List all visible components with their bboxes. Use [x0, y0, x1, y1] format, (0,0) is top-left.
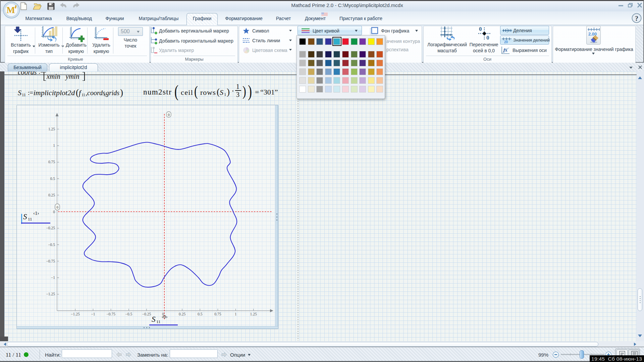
svg-text:0.75: 0.75 [48, 160, 55, 164]
svg-text:0: 0 [53, 210, 55, 214]
svg-text:−0.5: −0.5 [125, 312, 132, 316]
svg-text:0: 0 [168, 113, 169, 117]
svg-text:−0.5: −0.5 [48, 243, 55, 247]
svg-text:0.5: 0.5 [198, 312, 203, 316]
svg-text:−1.25: −1.25 [71, 312, 80, 316]
svg-text:0.25: 0.25 [179, 312, 185, 316]
svg-text:−1: −1 [91, 312, 95, 316]
svg-text:−0.25: −0.25 [142, 312, 151, 316]
svg-text:−1.25: −1.25 [46, 292, 55, 296]
svg-text:1.25: 1.25 [48, 127, 55, 131]
svg-text:0: 0 [486, 35, 489, 41]
svg-text:?: ? [635, 15, 638, 22]
svg-text:M: M [6, 5, 15, 15]
svg-text:0: 0 [479, 26, 482, 32]
svg-text:1: 1 [235, 312, 237, 316]
svg-text:−0.75: −0.75 [46, 259, 55, 263]
svg-text:0.5: 0.5 [50, 177, 55, 181]
svg-text:−0.25: −0.25 [46, 226, 55, 230]
svg-text:0.25: 0.25 [48, 193, 55, 197]
svg-text:−1: −1 [51, 276, 55, 280]
svg-text:0.75: 0.75 [214, 312, 221, 316]
svg-text:fx: fx [503, 48, 507, 53]
svg-text:−0.75: −0.75 [106, 312, 115, 316]
svg-text:1: 1 [53, 143, 55, 147]
svg-text:20: 20 [504, 40, 508, 44]
svg-text:0: 0 [56, 205, 58, 209]
svg-text:1.25: 1.25 [250, 312, 257, 316]
